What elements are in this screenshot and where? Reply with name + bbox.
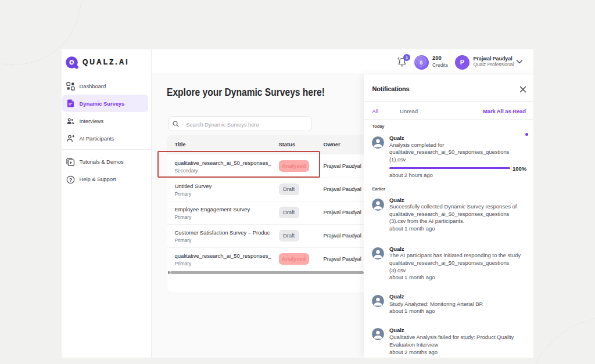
svg-text:?: ? <box>69 176 71 182</box>
